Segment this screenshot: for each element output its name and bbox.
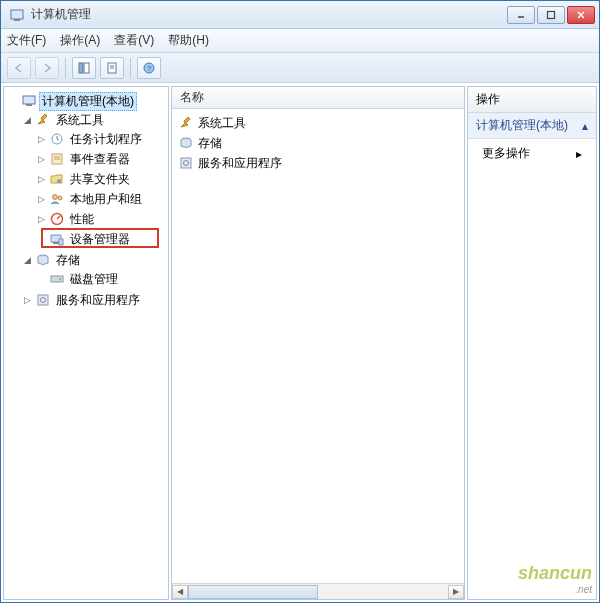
expand-icon[interactable]: ▷ (36, 194, 47, 205)
svg-point-23 (58, 196, 62, 200)
svg-rect-29 (51, 276, 63, 282)
toolbar-separator (65, 58, 66, 78)
tree-item-perf[interactable]: ▷ 性能 (36, 210, 166, 228)
clock-icon (49, 131, 65, 147)
tree-item-storage[interactable]: ◢ 存储 (22, 251, 166, 269)
scroll-right-button[interactable]: ▶ (448, 585, 464, 599)
scroll-track[interactable] (188, 585, 448, 599)
tree-root[interactable]: 计算机管理(本地) (8, 92, 166, 110)
svg-rect-27 (59, 239, 63, 245)
actions-section[interactable]: 计算机管理(本地) ▴ (468, 113, 596, 139)
tree-label: 共享文件夹 (67, 170, 133, 189)
menu-file[interactable]: 文件(F) (7, 32, 46, 49)
help-button[interactable]: ? (137, 57, 161, 79)
tree-pane: 计算机管理(本地) ◢ 系统工具 (3, 86, 169, 600)
forward-button[interactable] (35, 57, 59, 79)
list-item-label: 服务和应用程序 (198, 155, 282, 172)
window-title: 计算机管理 (31, 6, 507, 23)
svg-text:?: ? (147, 64, 152, 73)
scroll-left-button[interactable]: ◀ (172, 585, 188, 599)
tools-icon (178, 115, 194, 131)
column-header-name[interactable]: 名称 (172, 87, 464, 109)
tree-item-localusers[interactable]: ▷ 本地用户和组 (36, 190, 166, 208)
list-body: 系统工具 存储 服务和应用程序 (172, 109, 464, 583)
tree-label: 任务计划程序 (67, 130, 145, 149)
app-icon (9, 7, 25, 23)
svg-point-21 (57, 179, 61, 183)
back-button[interactable] (7, 57, 31, 79)
disk-icon (49, 271, 65, 287)
collapse-icon[interactable]: ◢ (22, 255, 33, 266)
properties-button[interactable] (100, 57, 124, 79)
actions-section-label: 计算机管理(本地) (476, 117, 568, 134)
svg-rect-6 (79, 63, 83, 73)
tree-item-tasksched[interactable]: ▷ 任务计划程序 (36, 130, 166, 148)
window-buttons (507, 6, 595, 24)
actions-more[interactable]: 更多操作 ▸ (468, 139, 596, 168)
tree-label: 性能 (67, 210, 97, 229)
tree-label: 服务和应用程序 (53, 291, 143, 310)
titlebar: 计算机管理 (1, 1, 599, 29)
minimize-button[interactable] (507, 6, 535, 24)
expand-icon[interactable]: ▷ (36, 134, 47, 145)
close-button[interactable] (567, 6, 595, 24)
tree-label: 本地用户和组 (67, 190, 145, 209)
expand-icon[interactable]: ▷ (36, 214, 47, 225)
list-item-label: 存储 (198, 135, 222, 152)
menu-action[interactable]: 操作(A) (60, 32, 100, 49)
content-area: 计算机管理(本地) ◢ 系统工具 (1, 83, 599, 602)
collapse-icon[interactable]: ◢ (22, 115, 33, 126)
actions-pane: 操作 计算机管理(本地) ▴ 更多操作 ▸ (467, 86, 597, 600)
list-item[interactable]: 系统工具 (178, 113, 458, 133)
tree-label: 磁盘管理 (67, 270, 121, 289)
actions-header: 操作 (468, 87, 596, 113)
tree-label: 存储 (53, 251, 83, 270)
tree: 计算机管理(本地) ◢ 系统工具 (4, 87, 168, 599)
computer-icon (21, 93, 37, 109)
toolbar-separator (130, 58, 131, 78)
list-item[interactable]: 存储 (178, 133, 458, 153)
tree-label: 事件查看器 (67, 150, 133, 169)
tree-item-devmgr[interactable]: 设备管理器 (36, 230, 166, 248)
actions-more-label: 更多操作 (482, 145, 530, 162)
svg-rect-26 (53, 242, 59, 244)
menu-help[interactable]: 帮助(H) (168, 32, 209, 49)
collapse-icon: ▴ (582, 119, 588, 133)
tree-item-systools[interactable]: ◢ 系统工具 (22, 111, 166, 129)
maximize-button[interactable] (537, 6, 565, 24)
svg-point-30 (59, 278, 61, 280)
expand-icon[interactable]: ▷ (36, 174, 47, 185)
svg-rect-14 (26, 104, 32, 106)
tools-icon (35, 112, 51, 128)
svg-point-22 (53, 195, 58, 200)
menu-view[interactable]: 查看(V) (114, 32, 154, 49)
tree-label: 设备管理器 (67, 230, 133, 249)
chevron-right-icon: ▸ (576, 147, 582, 161)
perf-icon (49, 211, 65, 227)
tree-item-diskmgmt[interactable]: 磁盘管理 (36, 270, 166, 288)
tree-item-eventvwr[interactable]: ▷ 事件查看器 (36, 150, 166, 168)
window: 计算机管理 文件(F) 操作(A) 查看(V) 帮助(H) ? (0, 0, 600, 603)
event-icon (49, 151, 65, 167)
tree-item-services[interactable]: ▷ 服务和应用程序 (22, 291, 166, 309)
svg-rect-3 (548, 11, 555, 18)
tree-root-label: 计算机管理(本地) (39, 92, 137, 111)
list-item-label: 系统工具 (198, 115, 246, 132)
storage-icon (178, 135, 194, 151)
list-pane: 名称 系统工具 存储 服务和应用程序 ◀ ▶ (171, 86, 465, 600)
expand-icon[interactable]: ▷ (36, 154, 47, 165)
scroll-thumb[interactable] (188, 585, 318, 599)
storage-icon (35, 252, 51, 268)
horizontal-scrollbar[interactable]: ◀ ▶ (172, 583, 464, 599)
tree-label: 系统工具 (53, 111, 107, 130)
services-icon (35, 292, 51, 308)
tree-item-shared[interactable]: ▷ 共享文件夹 (36, 170, 166, 188)
svg-rect-31 (38, 295, 48, 305)
svg-rect-13 (23, 96, 35, 104)
expand-icon[interactable]: ▷ (22, 295, 33, 306)
svg-rect-34 (181, 158, 191, 168)
list-item[interactable]: 服务和应用程序 (178, 153, 458, 173)
svg-rect-0 (11, 10, 23, 19)
toolbar: ? (1, 53, 599, 83)
show-hide-tree-button[interactable] (72, 57, 96, 79)
